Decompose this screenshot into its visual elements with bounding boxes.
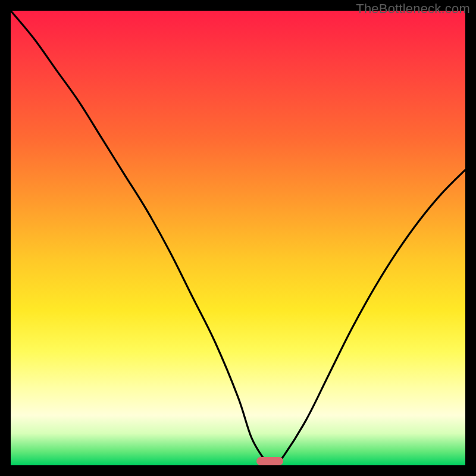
attribution-label: TheBottleneck.com <box>356 1 470 17</box>
chart-frame: TheBottleneck.com <box>0 0 476 476</box>
optimum-marker <box>256 457 284 465</box>
bottleneck-curve <box>11 11 465 465</box>
plot-area <box>11 11 465 465</box>
